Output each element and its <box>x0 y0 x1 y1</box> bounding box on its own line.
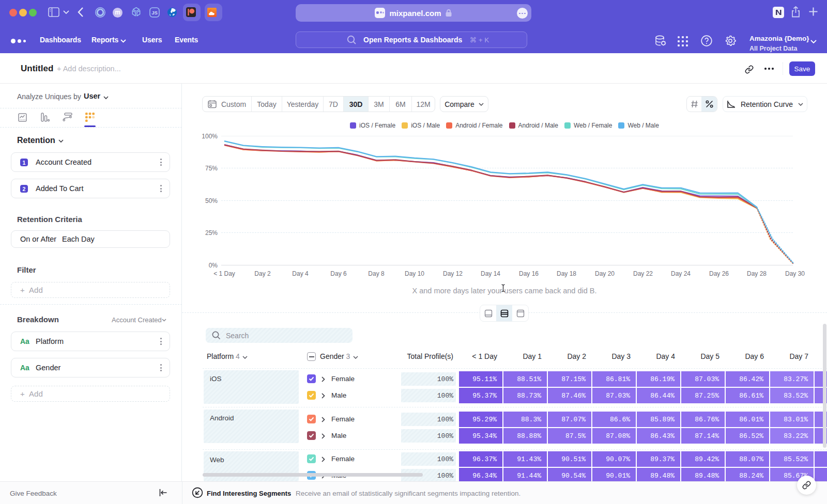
svg-text:JS: JS <box>151 10 158 15</box>
